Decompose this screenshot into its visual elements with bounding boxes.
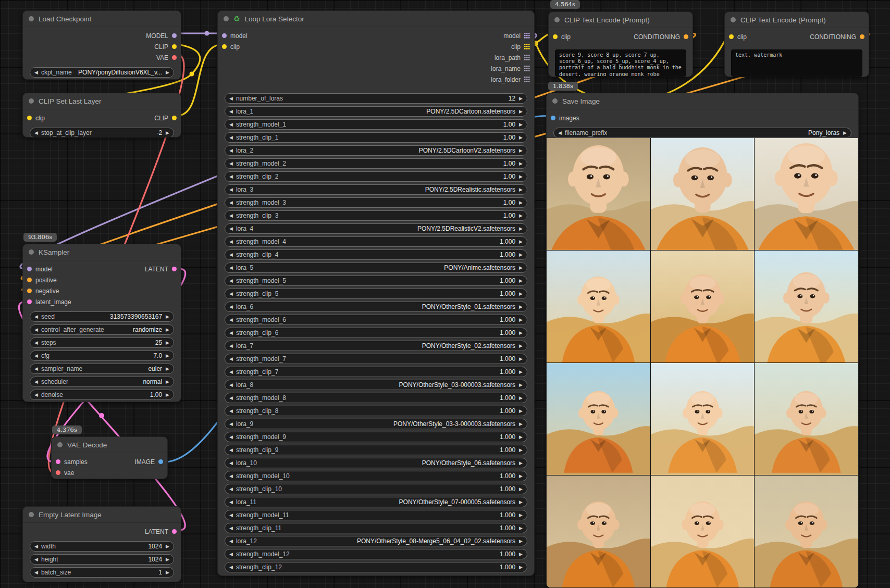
output-slot-CONDITIONING-dot[interactable] [860,34,864,39]
widget-lora_11[interactable]: ◀lora_11PONY/OtherStyle_07-000005.safete… [225,497,527,507]
widget-strength_model_7[interactable]: ◀strength_model_71.000▶ [225,354,527,364]
widget-strength_model_5[interactable]: ◀strength_model_51.000▶ [225,276,527,286]
decrement-arrow-icon[interactable]: ◀ [229,318,233,322]
decrement-arrow-icon[interactable]: ◀ [229,305,233,309]
increment-arrow-icon[interactable]: ▶ [519,396,523,401]
increment-arrow-icon[interactable]: ▶ [519,383,523,387]
widget-strength_clip_8[interactable]: ◀strength_clip_81.000▶ [225,406,527,416]
decrement-arrow-icon[interactable]: ◀ [34,328,38,332]
decrement-arrow-icon[interactable]: ◀ [229,552,233,557]
widget-steps[interactable]: ◀steps25▶ [30,337,174,348]
decrement-arrow-icon[interactable]: ◀ [229,448,233,453]
widget-strength_clip_10[interactable]: ◀strength_clip_101.000▶ [225,484,527,494]
node-clip-set-last-layer[interactable]: CLIP Set Last LayerclipCLIP◀stop_at_clip… [22,93,181,137]
increment-arrow-icon[interactable]: ▶ [166,131,169,135]
decrement-arrow-icon[interactable]: ◀ [229,383,233,387]
widget-denoise[interactable]: ◀denoise1.00▶ [30,390,174,400]
widget-ckpt_name[interactable]: ◀ckpt_namePONY/ponyDiffusionV6XL_v...▶ [30,67,174,78]
widget-filename_prefix[interactable]: ◀filename_prefixPony_loras▶ [553,128,851,138]
decrement-arrow-icon[interactable]: ◀ [229,266,233,270]
output-slot-CONDITIONING-dot[interactable] [684,34,688,39]
increment-arrow-icon[interactable]: ▶ [519,187,523,192]
increment-arrow-icon[interactable]: ▶ [519,474,523,479]
increment-arrow-icon[interactable]: ▶ [166,354,169,358]
node-load-checkpoint[interactable]: Load CheckpointMODELCLIPVAE◀ckpt_namePON… [22,10,181,80]
node-loop-lora-selector[interactable]: ♻Loop Lora Selectormodelmodelclipcliplor… [217,10,535,576]
widget-control_after_generate[interactable]: ◀control_after_generaterandomize▶ [30,324,174,335]
decrement-arrow-icon[interactable]: ◀ [229,161,233,166]
decrement-arrow-icon[interactable]: ◀ [229,122,233,127]
increment-arrow-icon[interactable]: ▶ [519,174,523,179]
widget-strength_clip_7[interactable]: ◀strength_clip_71.000▶ [225,367,527,377]
widget-lora_2[interactable]: ◀lora_2PONY/2.5DCartoonV2.safetensors▶ [225,145,527,156]
increment-arrow-icon[interactable]: ▶ [519,135,523,140]
decrement-arrow-icon[interactable]: ◀ [229,148,233,153]
input-slot-model-dot[interactable] [222,33,227,38]
decrement-arrow-icon[interactable]: ◀ [229,409,233,414]
output-slot-IMAGE-dot[interactable] [158,459,163,464]
decrement-arrow-icon[interactable]: ◀ [34,544,38,549]
increment-arrow-icon[interactable]: ▶ [519,161,523,166]
node-clip-text-encode-negative[interactable]: CLIP Text Encode (Prompt)clipCONDITIONIN… [724,11,869,77]
decrement-arrow-icon[interactable]: ◀ [229,370,233,374]
decrement-arrow-icon[interactable]: ◀ [229,214,233,218]
output-slot-CLIP-dot[interactable] [172,44,177,49]
widget-strength_model_8[interactable]: ◀strength_model_81.000▶ [225,393,527,403]
increment-arrow-icon[interactable]: ▶ [166,328,169,332]
prompt-textarea[interactable]: text, watermark [731,49,862,77]
widget-strength_model_10[interactable]: ◀strength_model_101.000▶ [225,471,527,481]
increment-arrow-icon[interactable]: ▶ [519,487,523,492]
output-slot-MODEL-dot[interactable] [172,33,177,38]
decrement-arrow-icon[interactable]: ◀ [34,315,38,319]
increment-arrow-icon[interactable]: ▶ [519,122,523,127]
node-empty-latent-image[interactable]: Empty Latent ImageLATENT◀width1024▶◀heig… [22,506,181,582]
increment-arrow-icon[interactable]: ▶ [519,513,523,518]
widget-lora_5[interactable]: ◀lora_5PONY/Anime.safetensors▶ [225,262,527,273]
increment-arrow-icon[interactable]: ▶ [166,393,169,397]
output-slot-LATENT-dot[interactable] [172,267,177,271]
increment-arrow-icon[interactable]: ▶ [519,227,523,231]
widget-strength_clip_11[interactable]: ◀strength_clip_111.000▶ [225,523,527,533]
prompt-textarea[interactable]: score_9, score_8_up, score_7_up, score_6… [555,49,686,77]
widget-lora_6[interactable]: ◀lora_6PONY/OtherStyle_01.safetensors▶ [225,302,527,312]
decrement-arrow-icon[interactable]: ◀ [34,354,38,358]
increment-arrow-icon[interactable]: ▶ [519,461,523,466]
widget-strength_clip_12[interactable]: ◀strength_clip_121.000▶ [225,562,527,572]
input-slot-negative-dot[interactable] [27,289,32,293]
widget-strength_clip_5[interactable]: ◀strength_clip_51.000▶ [225,289,527,299]
increment-arrow-icon[interactable]: ▶ [843,131,847,135]
increment-arrow-icon[interactable]: ▶ [519,435,523,440]
wire-reroute-dot[interactable] [99,413,104,418]
increment-arrow-icon[interactable]: ▶ [166,380,169,384]
decrement-arrow-icon[interactable]: ◀ [229,565,233,570]
decrement-arrow-icon[interactable]: ◀ [229,539,233,544]
increment-arrow-icon[interactable]: ▶ [519,279,523,283]
decrement-arrow-icon[interactable]: ◀ [34,341,38,345]
decrement-arrow-icon[interactable]: ◀ [34,393,38,397]
widget-strength_model_2[interactable]: ◀strength_model_21.00▶ [225,158,527,169]
increment-arrow-icon[interactable]: ▶ [166,544,169,549]
decrement-arrow-icon[interactable]: ◀ [229,96,233,101]
widget-strength_clip_3[interactable]: ◀strength_clip_31.00▶ [225,210,527,221]
increment-arrow-icon[interactable]: ▶ [519,318,523,322]
widget-strength_clip_2[interactable]: ◀strength_clip_21.00▶ [225,171,527,182]
widget-strength_clip_9[interactable]: ◀strength_clip_91.000▶ [225,445,527,455]
widget-height[interactable]: ◀height1024▶ [30,554,174,565]
increment-arrow-icon[interactable]: ▶ [519,526,523,531]
increment-arrow-icon[interactable]: ▶ [519,552,523,557]
node-ksampler[interactable]: KSamplermodelLATENTpositivenegativelaten… [22,244,181,402]
list-output-grid-icon[interactable] [524,33,530,39]
list-output-grid-icon[interactable] [524,44,530,49]
decrement-arrow-icon[interactable]: ◀ [229,174,233,179]
widget-lora_8[interactable]: ◀lora_8PONY/OtherStyle_03-000003.safeten… [225,380,527,390]
increment-arrow-icon[interactable]: ▶ [519,214,523,218]
widget-strength_model_6[interactable]: ◀strength_model_61.000▶ [225,315,527,325]
list-output-grid-icon[interactable] [524,66,530,71]
input-slot-clip-dot[interactable] [729,34,734,39]
decrement-arrow-icon[interactable]: ◀ [229,109,233,114]
output-slot-CLIP-dot[interactable] [172,116,177,120]
widget-lora_7[interactable]: ◀lora_7PONY/OtherStyle_02.safetensors▶ [225,341,527,351]
wire-reroute-dot[interactable] [190,72,194,77]
increment-arrow-icon[interactable]: ▶ [519,253,523,257]
decrement-arrow-icon[interactable]: ◀ [229,279,233,283]
